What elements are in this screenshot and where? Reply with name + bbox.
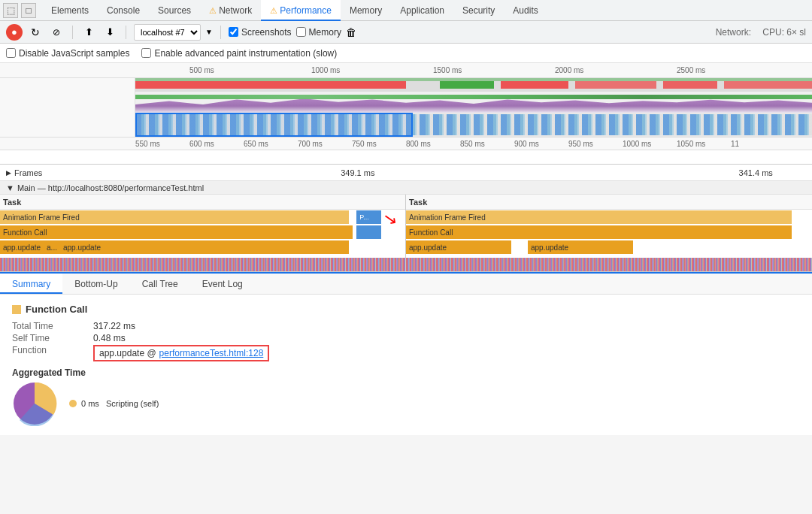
- memory-row: [0, 92, 812, 113]
- memory-checkbox-label[interactable]: Memory: [296, 27, 341, 38]
- stop-button[interactable]: ⊘: [48, 24, 65, 41]
- app-update-2-text: app.update: [63, 243, 101, 252]
- ruler-mark-2: 1500 ms: [433, 66, 462, 74]
- legend-scripting-self-text: 0 ms Scripting (self): [81, 399, 159, 408]
- aggregated-title: Aggregated Time: [12, 367, 800, 378]
- task-right: Task Animation Frame Fired Function Call…: [406, 195, 812, 271]
- app-update-left-bar: app.update a... app.update: [0, 240, 349, 254]
- summary-title: Function Call: [26, 304, 87, 315]
- profile-dropdown[interactable]: ▼: [205, 28, 213, 36]
- detail-mark-7: 900 ms: [514, 140, 539, 148]
- animation-frame-left-row: Animation Frame Fired P...: [0, 210, 405, 225]
- app-update-placeholder: a...: [47, 243, 57, 252]
- clear-button[interactable]: 🗑: [346, 26, 356, 38]
- fps-row: [0, 78, 812, 92]
- animation-frame-right-row: Animation Frame Fired: [406, 210, 812, 225]
- upload-button[interactable]: ⬆: [80, 24, 97, 41]
- toolbar-right: Network: CPU: 6× sl: [716, 27, 806, 38]
- disable-js-text: Disable JavaScript samples: [19, 48, 129, 59]
- legend-dot-scripting-self: [69, 400, 77, 407]
- app-update-1-text: app.update: [3, 243, 41, 252]
- frames-triangle[interactable]: ▶: [6, 169, 11, 177]
- function-call-left-bar: Function Call: [0, 225, 353, 239]
- nav-tab-performance[interactable]: Performance: [261, 0, 341, 21]
- pie-area: 0 ms Scripting (self): [12, 381, 800, 426]
- timeline-overview: 500 ms1000 ms1500 ms2000 ms2500 ms: [0, 63, 812, 165]
- animation-frame-left-text: Animation Frame Fired: [3, 213, 80, 222]
- task-right-header: Task: [406, 195, 812, 210]
- ruler-mark-0: 500 ms: [189, 66, 214, 74]
- detail-mark-8: 950 ms: [568, 140, 593, 148]
- main-label: ▼ Main — http://localhost:8080/performan…: [0, 181, 812, 195]
- nav-tab-network[interactable]: Network: [200, 0, 261, 21]
- function-call-left-row: Function Call: [0, 225, 405, 240]
- screenshots-checkbox-label[interactable]: Screenshots: [229, 27, 292, 38]
- reload-button[interactable]: ↻: [27, 24, 44, 41]
- function-label: Function: [12, 345, 87, 361]
- animation-frame-left-bar: Animation Frame Fired: [0, 210, 349, 224]
- download-button[interactable]: ⬇: [102, 24, 118, 41]
- disable-js-label[interactable]: Disable JavaScript samples: [6, 48, 129, 59]
- screenshots-checkbox[interactable]: [229, 27, 238, 37]
- nav-tab-elements[interactable]: Elements: [42, 0, 98, 21]
- nav-tab-console[interactable]: Console: [98, 0, 149, 21]
- bottom-tab-summary[interactable]: Summary: [0, 274, 62, 294]
- pie-legend: 0 ms Scripting (self): [69, 399, 159, 408]
- main-triangle[interactable]: ▼: [6, 183, 14, 192]
- nav-tab-audits[interactable]: Audits: [504, 0, 547, 21]
- nav-tab-sources[interactable]: Sources: [149, 0, 200, 21]
- top-nav: ⬚ □ ElementsConsoleSourcesNetworkPerform…: [0, 0, 812, 21]
- nav-tab-memory[interactable]: Memory: [341, 0, 391, 21]
- disable-js-checkbox[interactable]: [6, 48, 16, 58]
- profile-select[interactable]: localhost #7: [134, 24, 201, 41]
- options-row: Disable JavaScript samples Enable advanc…: [0, 44, 812, 63]
- function-call-right-row: Function Call: [406, 225, 812, 240]
- bottom-tab-event-log[interactable]: Event Log: [190, 274, 255, 294]
- bottom-panel: SummaryBottom-UpCall TreeEvent Log Funct…: [0, 272, 812, 435]
- function-call-right-bar: Function Call: [406, 225, 792, 239]
- network-label: Network:: [716, 27, 751, 38]
- screenshots-label: Screenshots: [241, 27, 292, 38]
- function-call-right-text: Function Call: [409, 228, 453, 237]
- task-left-header-text: Task: [3, 198, 21, 207]
- ruler-top: 500 ms1000 ms1500 ms2000 ms2500 ms: [0, 63, 812, 78]
- memory-label: Memory: [309, 27, 341, 38]
- main-label-text: Main — http://localhost:8080/performance…: [17, 183, 204, 192]
- inspect-icon[interactable]: ⬚: [3, 3, 18, 18]
- device-icon[interactable]: □: [21, 3, 36, 18]
- self-time-label: Self Time: [12, 333, 87, 343]
- nav-tab-application[interactable]: Application: [391, 0, 453, 21]
- frames-text: Frames: [14, 168, 42, 177]
- bottom-tab-call-tree[interactable]: Call Tree: [130, 274, 190, 294]
- summary-title-row: Function Call: [12, 304, 800, 315]
- bottom-tab-bottom-up[interactable]: Bottom-Up: [62, 274, 129, 294]
- frames-label: ▶ Frames: [3, 168, 138, 177]
- detail-mark-0: 550 ms: [135, 140, 160, 148]
- function-link[interactable]: performanceTest.html:128: [159, 348, 264, 358]
- screenshots-row: [0, 113, 812, 137]
- enable-paint-checkbox[interactable]: [141, 48, 151, 58]
- devtools-icons: ⬚ □: [3, 3, 36, 18]
- p-bar: P...: [356, 210, 380, 224]
- detail-mark-2: 650 ms: [244, 140, 268, 148]
- animation-frame-right-text: Animation Frame Fired: [409, 213, 486, 222]
- enable-paint-label[interactable]: Enable advanced paint instrumentation (s…: [141, 48, 337, 59]
- frames-right-time: 341.4 ms: [739, 168, 773, 177]
- separator-2: [126, 26, 126, 39]
- memory-checkbox[interactable]: [296, 27, 306, 37]
- legend-scripting-self: 0 ms Scripting (self): [69, 399, 159, 408]
- record-button[interactable]: ●: [6, 24, 23, 41]
- summary-color-box: [12, 305, 21, 314]
- detail-mark-9: 1000 ms: [623, 140, 651, 148]
- app-update-right-bar-1: app.update: [406, 240, 511, 254]
- app-update-right-2-text: app.update: [531, 243, 568, 252]
- detail-ruler: 550 ms600 ms650 ms700 ms750 ms800 ms850 …: [0, 137, 812, 150]
- task-section: Task Animation Frame Fired P... Function…: [0, 195, 812, 271]
- total-time-value: 317.22 ms: [93, 321, 800, 331]
- nav-tab-security[interactable]: Security: [453, 0, 504, 21]
- noise-left: [0, 258, 405, 271]
- noise-right: [406, 258, 812, 271]
- ruler-mark-3: 2000 ms: [555, 66, 583, 74]
- app-update-left-row: app.update a... app.update: [0, 240, 405, 258]
- total-time-label: Total Time: [12, 321, 87, 331]
